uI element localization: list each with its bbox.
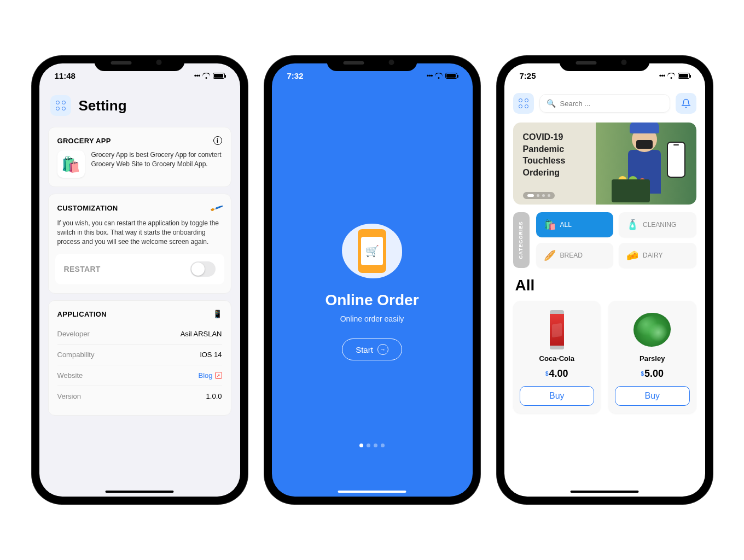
status-icons: •••: [659, 72, 690, 80]
row-compability: Compability iOS 14: [57, 345, 222, 365]
app-icon: 🛍️: [57, 150, 85, 178]
category-dairy[interactable]: 🧀DAIRY: [619, 243, 696, 268]
row-developer: Developer Asil ARSLAN: [57, 324, 222, 345]
phone-settings: 11:48 ••• Setting GROCERY APP i 🛍️: [32, 56, 248, 504]
row-website[interactable]: Website Blog ↗: [57, 365, 222, 386]
battery-icon: [445, 73, 457, 79]
product-image: [550, 308, 564, 351]
application-card: APPLICATION 📱 Developer Asil ARSLAN Comp…: [48, 300, 231, 416]
product-card-parsley[interactable]: Parsley $5.00 Buy: [608, 301, 696, 413]
search-icon: 🔍: [547, 99, 556, 108]
category-bread[interactable]: 🥖BREAD: [536, 243, 614, 268]
notifications-button[interactable]: [676, 93, 696, 114]
category-all[interactable]: 🛍️ALL: [536, 212, 614, 237]
customization-desc: If you wish, you can restart the applica…: [57, 219, 222, 246]
status-icons: •••: [427, 72, 457, 80]
phone-illustration: [667, 142, 685, 178]
card-title: APPLICATION: [57, 310, 107, 318]
onboard-title: Online Order: [325, 291, 419, 309]
dairy-icon: 🧀: [626, 249, 638, 261]
product-price: $4.00: [545, 368, 568, 380]
paintbrush-icon: 🖌️: [209, 201, 223, 215]
bell-icon: [681, 98, 691, 108]
notch: [327, 56, 417, 71]
status-time: 7:32: [287, 71, 304, 80]
notch: [95, 56, 185, 71]
page-title: Setting: [79, 97, 127, 114]
onboarding-illustration: 🛒: [342, 224, 402, 278]
arrow-right-icon: →: [377, 344, 388, 355]
promo-banner[interactable]: COVID-19 Pandemic Touchless Ordering: [513, 122, 696, 205]
card-title: GROCERY APP: [57, 137, 111, 145]
phone-icon: 📱: [213, 310, 222, 318]
info-icon[interactable]: i: [213, 136, 222, 145]
start-button[interactable]: Start →: [342, 339, 402, 360]
wifi-icon: [202, 73, 211, 79]
buy-button[interactable]: Buy: [520, 386, 595, 406]
section-title: All: [515, 277, 694, 294]
product-card-coca-cola[interactable]: Coca-Cola $4.00 Buy: [513, 301, 601, 413]
product-name: Parsley: [640, 354, 665, 363]
customization-card: CUSTOMIZATION 🖌️ If you wish, you can re…: [48, 194, 231, 294]
product-image: [633, 308, 671, 351]
product-price: $5.00: [641, 368, 664, 380]
status-time: 11:48: [55, 71, 75, 80]
banner-pagination[interactable]: [523, 192, 555, 199]
menu-grid-icon[interactable]: [50, 95, 71, 116]
cleaning-icon: 🧴: [626, 219, 638, 231]
home-indicator[interactable]: [571, 491, 639, 493]
categories-label: CATEGORIES: [513, 212, 530, 268]
search-input[interactable]: [560, 100, 663, 108]
status-icons: •••: [194, 72, 225, 80]
app-desc: Grocery App is best Grocery App for conv…: [91, 150, 222, 169]
external-link-icon: ↗: [215, 372, 222, 379]
battery-icon: [213, 73, 225, 79]
page-dots[interactable]: [359, 444, 385, 447]
restart-label: RESTART: [64, 265, 101, 273]
basket-illustration: [612, 179, 650, 202]
home-indicator[interactable]: [338, 491, 406, 493]
product-name: Coca-Cola: [539, 354, 574, 363]
search-box[interactable]: 🔍: [539, 94, 670, 113]
bag-icon: 🛍️: [544, 219, 556, 231]
phone-home: 7:25 ••• 🔍 COVID-19 Pandemic Touch: [497, 56, 713, 504]
wifi-icon: [667, 73, 676, 79]
onboard-subtitle: Online order easily: [340, 314, 404, 323]
category-cleaning[interactable]: 🧴CLEANING: [619, 212, 696, 237]
buy-button[interactable]: Buy: [615, 386, 690, 406]
menu-grid-icon[interactable]: [513, 93, 534, 114]
home-indicator[interactable]: [106, 491, 174, 493]
row-version: Version 1.0.0: [57, 386, 222, 406]
battery-icon: [678, 73, 690, 79]
notch: [560, 56, 650, 71]
grocery-app-card: GROCERY APP i 🛍️ Grocery App is best Gro…: [48, 127, 231, 187]
phone-onboarding: 7:32 ••• 🛒 Online Order Online order eas…: [264, 56, 480, 504]
bread-icon: 🥖: [544, 249, 556, 261]
wifi-icon: [435, 73, 443, 79]
card-title: CUSTOMIZATION: [57, 204, 118, 212]
restart-toggle[interactable]: [190, 261, 216, 277]
status-time: 7:25: [520, 71, 536, 80]
